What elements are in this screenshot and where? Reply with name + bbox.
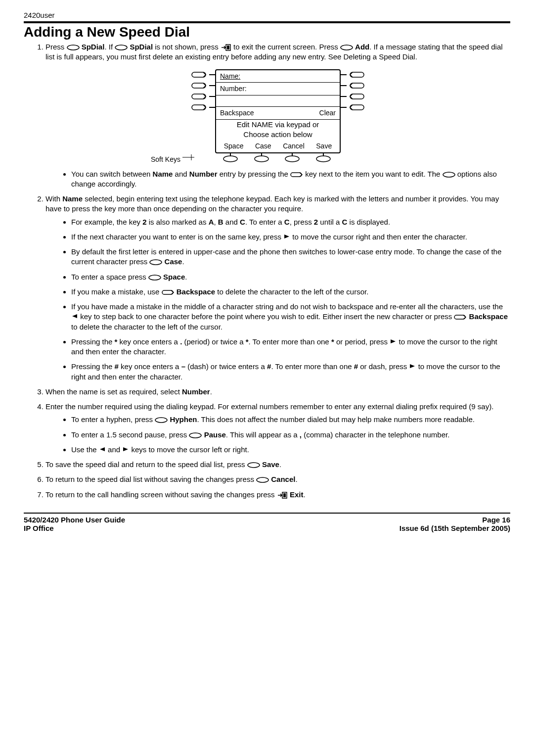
- cursor-right-icon: [409, 363, 416, 369]
- cursor-left-icon: [99, 446, 106, 452]
- feature-button-right-icon: [162, 289, 175, 295]
- softkey-pill-icon: [149, 259, 162, 265]
- softkey-pill-icon: [155, 417, 168, 423]
- feature-button-right-icon: [454, 314, 467, 320]
- step2-bullet-1: For example, the key 2 is also marked as…: [71, 217, 510, 227]
- step4-bullet-2: To enter a 1.5 second pause, press Pause…: [71, 430, 510, 440]
- softkey-pill-icon: [115, 45, 128, 50]
- softkey-pill-icon: [148, 275, 161, 281]
- exit-icon: [221, 44, 231, 51]
- svg-point-10: [255, 156, 268, 162]
- footer-page-number: Page 16: [400, 516, 510, 524]
- step-2: With Name selected, begin entering text …: [45, 194, 510, 382]
- svg-rect-3: [227, 46, 229, 49]
- page-title: Adding a New Speed Dial: [24, 24, 510, 40]
- step2-bullet-5: If you make a mistake, use Backspace to …: [71, 287, 510, 297]
- step-4: Enter the number required using the dial…: [45, 402, 510, 455]
- feature-button-icon: [191, 103, 207, 111]
- svg-point-34: [257, 477, 268, 482]
- feature-button-icon: [191, 71, 207, 79]
- svg-point-1: [115, 45, 127, 50]
- title-rule: [24, 21, 510, 23]
- softkey-pill-icon: [189, 432, 202, 438]
- step1-bullet: You can switch between Name and Number e…: [71, 169, 510, 189]
- screen-number-row: Number:: [216, 83, 340, 95]
- screen-instruction: Edit NAME via keypad orChoose action bel…: [216, 120, 340, 140]
- svg-point-11: [285, 156, 299, 162]
- screen-name-row: Name:: [216, 70, 340, 83]
- feature-button-right-icon: [290, 172, 303, 178]
- exit-icon: [277, 491, 288, 499]
- step-3: When the name is set as required, select…: [45, 387, 510, 397]
- footer-issue: Issue 6d (15th September 2005): [400, 524, 510, 532]
- svg-point-20: [443, 172, 455, 177]
- footer-guide-title: 5420/2420 Phone User Guide: [24, 516, 125, 524]
- step2-bullet-7: Pressing the * key once enters a . (peri…: [71, 337, 510, 357]
- softkey-pill-icon: [256, 477, 269, 483]
- softkeys-label: Soft Keys: [151, 155, 180, 164]
- screen-blank-row: [216, 95, 340, 107]
- feature-button-icon: [349, 103, 364, 111]
- svg-marker-27: [391, 339, 396, 343]
- svg-point-9: [223, 156, 237, 162]
- feature-button-icon: [191, 93, 207, 100]
- softkeys-pointer: [182, 154, 194, 160]
- step2-bullet-4: To enter a space press Space.: [71, 272, 510, 282]
- step-7: To return to the call handling screen wi…: [45, 490, 510, 500]
- step2-bullet-6: If you have made a mistake in the middle…: [71, 302, 510, 332]
- screen-softkey-labels: SpaceCaseCancelSave: [216, 140, 340, 152]
- svg-point-4: [341, 45, 353, 50]
- svg-marker-32: [123, 447, 128, 451]
- page-footer: 5420/2420 Phone User Guide IP Office Pag…: [24, 513, 510, 532]
- svg-point-23: [149, 275, 161, 280]
- svg-marker-31: [100, 447, 105, 451]
- svg-point-22: [150, 260, 162, 265]
- step2-bullet-3: By default the first letter is entered i…: [71, 247, 510, 267]
- svg-point-33: [248, 463, 260, 468]
- svg-marker-21: [284, 235, 289, 238]
- softkeys-row: [215, 154, 339, 163]
- svg-point-29: [155, 418, 167, 423]
- step2-bullet-8: Pressing the # key once enters a – (dash…: [71, 362, 510, 382]
- feature-button-icon: [349, 82, 364, 90]
- doc-header: 2420user: [24, 11, 510, 19]
- footer-product: IP Office: [24, 524, 125, 532]
- screen-backspace-row: BackspaceClear: [216, 107, 340, 120]
- phone-screen-figure: Name: Number: BackspaceClear Edit NAME v…: [45, 69, 510, 163]
- svg-marker-25: [72, 314, 77, 318]
- step2-bullet-2: If the next character you want to enter …: [71, 232, 510, 242]
- softkey-pill-icon: [340, 45, 353, 50]
- step-5: To save the speed dial and return to the…: [45, 460, 510, 470]
- cursor-left-icon: [71, 313, 78, 319]
- softkey-pill-icon: [67, 45, 80, 50]
- cursor-right-icon: [283, 234, 290, 239]
- step-1: Press SpDial. If SpDial is not shown, pr…: [45, 42, 510, 189]
- softkey-pill-icon: [443, 172, 455, 178]
- svg-point-12: [316, 156, 330, 162]
- feature-button-icon: [191, 82, 207, 90]
- step4-bullet-3: Use the and keys to move the cursor left…: [71, 445, 510, 455]
- softkey-pill-icon: [247, 462, 260, 468]
- step4-bullet-1: To enter a hyphen, press Hyphen. This do…: [71, 415, 510, 425]
- step-6: To return to the speed dial list without…: [45, 474, 510, 484]
- svg-marker-28: [410, 364, 415, 368]
- svg-point-0: [67, 45, 79, 50]
- cursor-right-icon: [390, 338, 397, 344]
- svg-point-30: [189, 433, 201, 438]
- svg-rect-36: [283, 493, 286, 497]
- feature-button-icon: [349, 71, 364, 79]
- cursor-right-icon: [122, 446, 129, 452]
- feature-button-icon: [349, 93, 364, 100]
